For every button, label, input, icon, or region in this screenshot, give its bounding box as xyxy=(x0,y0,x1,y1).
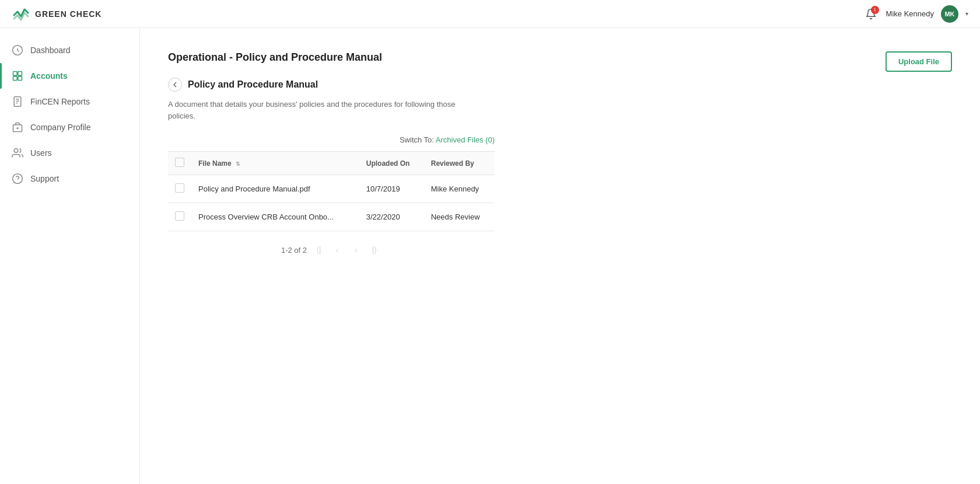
sidebar-label-users: Users xyxy=(30,148,52,158)
user-dropdown-chevron[interactable]: ▾ xyxy=(965,11,968,17)
sidebar-item-fincen[interactable]: FinCEN Reports xyxy=(0,89,139,114)
logo: GREEN CHECK xyxy=(12,5,102,23)
notification-badge: 1 xyxy=(871,6,879,14)
sidebar: Dashboard Accounts FinCEN Reports xyxy=(0,28,140,484)
page-title: Operational - Policy and Procedure Manua… xyxy=(168,51,952,64)
sidebar-label-accounts: Accounts xyxy=(30,71,68,81)
user-name: Mike Kennedy xyxy=(886,9,934,18)
next-page-button[interactable]: › xyxy=(349,243,363,257)
main-layout: Dashboard Accounts FinCEN Reports xyxy=(0,28,980,484)
users-icon xyxy=(12,147,23,159)
col-header-file-name: File Name ⇅ xyxy=(191,152,359,175)
sidebar-label-company: Company Profile xyxy=(30,123,91,132)
col-header-uploaded-on: Uploaded On xyxy=(359,152,424,175)
fincen-icon xyxy=(12,96,23,107)
accounts-icon xyxy=(12,70,23,82)
row2-checkbox[interactable] xyxy=(175,211,184,221)
company-icon xyxy=(12,121,23,133)
archived-files-link[interactable]: Archived Files (0) xyxy=(436,135,495,144)
row2-checkbox-cell xyxy=(168,203,191,231)
svg-point-12 xyxy=(14,149,18,153)
main-content: Operational - Policy and Procedure Manua… xyxy=(140,28,980,484)
brand-name: GREEN CHECK xyxy=(35,9,102,19)
table-row: Process Overview CRB Account Onbo... 3/2… xyxy=(168,203,495,231)
section-header: Policy and Procedure Manual xyxy=(168,78,952,92)
table-header-row: File Name ⇅ Uploaded On Reviewed By xyxy=(168,152,495,175)
sidebar-label-dashboard: Dashboard xyxy=(30,46,71,55)
row2-uploaded-on: 3/22/2020 xyxy=(359,203,424,231)
file-table: File Name ⇅ Uploaded On Reviewed By xyxy=(168,151,495,231)
svg-rect-3 xyxy=(13,76,18,81)
switch-to-area: Switch To: Archived Files (0) xyxy=(168,135,495,144)
row1-checkbox-cell xyxy=(168,175,191,203)
row1-reviewed-by: Mike Kennedy xyxy=(424,175,495,203)
last-page-button[interactable]: |⟩ xyxy=(368,243,382,257)
top-nav: GREEN CHECK 1 Mike Kennedy MK ▾ xyxy=(0,0,980,28)
sidebar-label-support: Support xyxy=(30,174,59,183)
prev-page-button[interactable]: ‹ xyxy=(330,243,344,257)
upload-file-button[interactable]: Upload File xyxy=(886,51,952,72)
first-page-button[interactable]: ⟨| xyxy=(312,243,326,257)
svg-rect-5 xyxy=(14,97,21,107)
sidebar-item-dashboard[interactable]: Dashboard xyxy=(0,37,139,63)
select-all-header xyxy=(168,152,191,175)
table-row: Policy and Procedure Manual.pdf 10/7/201… xyxy=(168,175,495,203)
notification-bell[interactable]: 1 xyxy=(863,6,879,22)
sidebar-item-company-profile[interactable]: Company Profile xyxy=(0,114,139,140)
svg-point-13 xyxy=(13,174,23,184)
row1-checkbox[interactable] xyxy=(175,183,184,193)
svg-rect-4 xyxy=(18,76,22,81)
col-header-reviewed-by: Reviewed By xyxy=(424,152,495,175)
sidebar-label-fincen: FinCEN Reports xyxy=(30,97,90,106)
sidebar-item-support[interactable]: Support xyxy=(0,166,139,191)
svg-rect-2 xyxy=(18,72,22,76)
pagination: 1-2 of 2 ⟨| ‹ › |⟩ xyxy=(168,243,495,257)
user-area: 1 Mike Kennedy MK ▾ xyxy=(863,5,968,23)
dashboard-icon xyxy=(12,44,23,56)
user-avatar: MK xyxy=(941,5,958,23)
logo-icon xyxy=(12,5,30,23)
sort-icon-file-name[interactable]: ⇅ xyxy=(236,161,240,167)
section-title: Policy and Procedure Manual xyxy=(188,79,318,90)
switch-to-label: Switch To: xyxy=(400,135,434,144)
row2-reviewed-by: Needs Review xyxy=(424,203,495,231)
section-description: A document that details your business' p… xyxy=(168,99,471,121)
sidebar-item-users[interactable]: Users xyxy=(0,140,139,166)
support-icon xyxy=(12,173,23,184)
back-button[interactable] xyxy=(168,78,182,92)
row1-file-name: Policy and Procedure Manual.pdf xyxy=(191,175,359,203)
svg-rect-1 xyxy=(13,72,18,76)
row2-file-name: Process Overview CRB Account Onbo... xyxy=(191,203,359,231)
sidebar-item-accounts[interactable]: Accounts xyxy=(0,63,139,89)
pagination-info: 1-2 of 2 xyxy=(281,246,307,255)
select-all-checkbox[interactable] xyxy=(175,158,184,167)
upload-area: Upload File xyxy=(886,51,952,72)
row1-uploaded-on: 10/7/2019 xyxy=(359,175,424,203)
